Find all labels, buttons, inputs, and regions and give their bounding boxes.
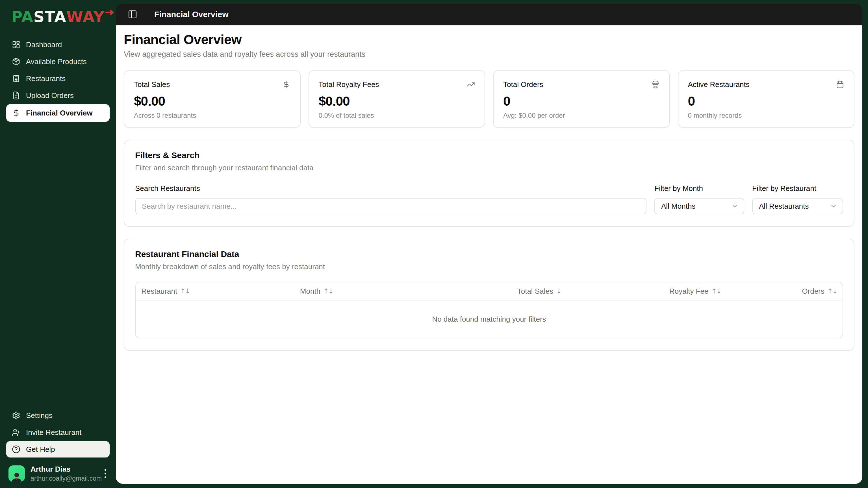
sidebar-toggle-icon[interactable] xyxy=(128,10,137,19)
sidebar-item-invite-restaurant[interactable]: Invite Restaurant xyxy=(6,424,110,441)
sort-desc-icon: ↓ xyxy=(556,287,561,295)
restaurant-filter-select[interactable]: All Restaurants xyxy=(752,198,843,214)
avatar xyxy=(8,465,25,482)
sort-icon: ↑↓ xyxy=(323,287,333,295)
topbar-title: Financial Overview xyxy=(154,10,228,19)
sidebar-item-upload-orders[interactable]: Upload Orders xyxy=(6,87,110,104)
stat-value: $0.00 xyxy=(319,94,475,109)
stat-card-total-orders: Total Orders 0 Avg: $0.00 per order xyxy=(493,70,670,128)
stat-value: $0.00 xyxy=(134,94,290,109)
chevron-down-icon xyxy=(731,203,738,209)
financial-data-card: Restaurant Financial Data Monthly breakd… xyxy=(124,239,855,351)
search-input[interactable] xyxy=(135,198,647,214)
column-header-royalty-fee[interactable]: Royalty Fee ↑↓ xyxy=(561,287,721,296)
filters-title: Filters & Search xyxy=(135,151,843,160)
stat-card-active-restaurants: Active Restaurants 0 0 monthly records xyxy=(678,70,855,128)
sidebar-item-available-products[interactable]: Available Products xyxy=(6,53,110,70)
stat-label: Total Royalty Fees xyxy=(319,80,379,89)
sidebar: PASTAWAY Dashboard Available Products Re… xyxy=(0,0,116,488)
sidebar-item-label: Upload Orders xyxy=(26,91,74,100)
stat-subtext: Across 0 restaurants xyxy=(134,111,290,120)
column-header-orders[interactable]: Orders ↑↓ xyxy=(721,287,837,296)
user-plus-icon xyxy=(12,428,20,436)
package-icon xyxy=(12,57,20,66)
stat-cards: Total Sales $0.00 Across 0 restaurants T… xyxy=(124,70,855,128)
logo-text-white: STA xyxy=(33,8,66,26)
building-icon xyxy=(12,74,20,83)
sort-icon: ↑↓ xyxy=(711,287,721,295)
stat-label: Active Restaurants xyxy=(688,80,750,89)
sidebar-item-label: Get Help xyxy=(26,445,55,454)
table-subtitle: Monthly breakdown of sales and royalty f… xyxy=(135,262,843,271)
more-vertical-icon[interactable] xyxy=(105,469,107,478)
main-area: Financial Overview Financial Overview Vi… xyxy=(116,0,868,488)
pastaway-logo[interactable]: PASTAWAY xyxy=(0,6,116,29)
page-title: Financial Overview xyxy=(124,32,855,47)
stat-subtext: 0.0% of total sales xyxy=(319,111,475,120)
content-panel: Financial Overview View aggregated sales… xyxy=(116,25,862,484)
topbar: Financial Overview xyxy=(116,4,862,25)
filters-subtitle: Filter and search through your restauran… xyxy=(135,164,843,172)
store-icon xyxy=(651,80,660,89)
restaurant-filter-label: Filter by Restaurant xyxy=(752,184,843,193)
dollar-icon xyxy=(12,109,20,117)
sidebar-item-label: Settings xyxy=(26,411,53,420)
table-title: Restaurant Financial Data xyxy=(135,249,843,259)
column-header-restaurant[interactable]: Restaurant ↑↓ xyxy=(141,287,300,296)
file-text-icon xyxy=(12,91,20,100)
sidebar-item-financial-overview[interactable]: Financial Overview xyxy=(6,104,110,122)
stat-value: 0 xyxy=(503,94,660,109)
sidebar-item-label: Available Products xyxy=(26,57,87,66)
logo-text-green: PA xyxy=(11,8,33,26)
page-subtitle: View aggregated sales data and royalty f… xyxy=(124,50,855,59)
sort-icon: ↑↓ xyxy=(827,287,837,295)
empty-state-message: No data found matching your filters xyxy=(135,300,843,338)
stat-label: Total Orders xyxy=(503,80,544,89)
search-label: Search Restaurants xyxy=(135,184,647,193)
help-circle-icon xyxy=(12,445,20,454)
topbar-divider xyxy=(146,10,146,19)
sidebar-item-dashboard[interactable]: Dashboard xyxy=(6,36,110,53)
stat-value: 0 xyxy=(688,94,844,109)
month-filter-label: Filter by Month xyxy=(654,184,744,193)
gear-icon xyxy=(12,411,20,420)
trending-up-icon xyxy=(466,80,475,89)
sidebar-item-label: Restaurants xyxy=(26,74,66,83)
logo-arrow-icon xyxy=(105,10,115,16)
sidebar-item-settings[interactable]: Settings xyxy=(6,407,110,424)
column-header-month[interactable]: Month ↑↓ xyxy=(300,287,431,296)
sidebar-item-restaurants[interactable]: Restaurants xyxy=(6,70,110,87)
sort-icon: ↑↓ xyxy=(180,287,190,295)
sidebar-item-label: Invite Restaurant xyxy=(26,428,82,437)
sidebar-item-label: Dashboard xyxy=(26,40,62,49)
user-menu[interactable]: Arthur Dias arthur.coally@gmail.com xyxy=(6,463,110,484)
month-filter-select[interactable]: All Months xyxy=(654,198,744,214)
table-header-row: Restaurant ↑↓ Month ↑↓ Total Sales ↓ Roy… xyxy=(135,283,843,300)
stat-subtext: 0 monthly records xyxy=(688,111,844,120)
month-filter-value: All Months xyxy=(661,202,695,211)
dollar-icon xyxy=(282,80,290,89)
user-name: Arthur Dias xyxy=(31,465,99,474)
sidebar-footer: Settings Invite Restaurant Get Help Arth… xyxy=(0,407,116,484)
user-info: Arthur Dias arthur.coally@gmail.com xyxy=(31,465,99,482)
sidebar-item-get-help[interactable]: Get Help xyxy=(6,441,110,457)
stat-card-total-royalty-fees: Total Royalty Fees $0.00 0.0% of total s… xyxy=(309,70,486,128)
stat-card-total-sales: Total Sales $0.00 Across 0 restaurants xyxy=(124,70,301,128)
restaurant-filter-value: All Restaurants xyxy=(759,202,809,211)
stat-subtext: Avg: $0.00 per order xyxy=(503,111,660,120)
sidebar-nav: Dashboard Available Products Restaurants… xyxy=(0,36,116,122)
dashboard-icon xyxy=(12,40,20,49)
stat-label: Total Sales xyxy=(134,80,170,89)
column-header-total-sales[interactable]: Total Sales ↓ xyxy=(431,287,561,296)
sidebar-item-label: Financial Overview xyxy=(26,109,93,118)
financial-table: Restaurant ↑↓ Month ↑↓ Total Sales ↓ Roy… xyxy=(135,282,843,338)
chevron-down-icon xyxy=(830,203,837,209)
logo-text-red: WAY xyxy=(66,8,105,26)
filters-card: Filters & Search Filter and search throu… xyxy=(124,140,855,227)
calendar-icon xyxy=(836,80,844,89)
user-email: arthur.coally@gmail.com xyxy=(31,475,99,482)
